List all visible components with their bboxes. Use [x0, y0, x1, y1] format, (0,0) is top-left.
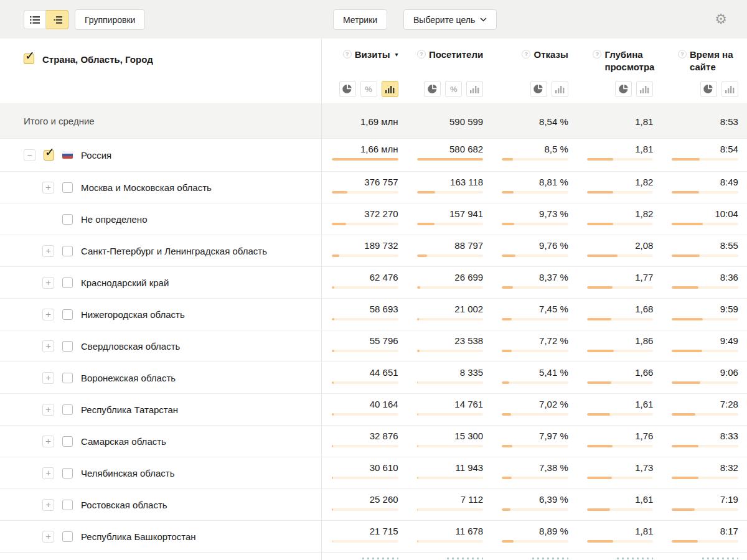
row-label: Самарская область — [81, 436, 166, 447]
metric-value: 88 797 — [417, 240, 484, 251]
totals-value: 590 599 — [417, 116, 484, 127]
metric-cell: 1,73 — [577, 457, 662, 488]
metric-cell: 26 699 — [407, 267, 492, 298]
expand-button[interactable]: + — [42, 404, 54, 416]
row-label: Не определено — [81, 214, 147, 225]
column-header: ?Визиты▾% — [322, 39, 407, 103]
column-label: Отказы — [533, 49, 568, 61]
totals-value: 1,81 — [587, 116, 654, 127]
pie-toggle-button[interactable] — [339, 81, 356, 97]
metric-value: 1,77 — [587, 272, 654, 282]
pie-toggle-button[interactable] — [615, 81, 632, 97]
metric-value: 1,61 — [587, 399, 654, 409]
metric-cell: 23 538 — [407, 330, 492, 362]
metric-cell: 1,66 — [577, 362, 662, 393]
row-checkbox[interactable] — [62, 246, 73, 256]
metric-cell: 8 335 — [407, 362, 492, 393]
row-checkbox[interactable] — [62, 214, 73, 225]
expand-button[interactable]: + — [42, 436, 54, 447]
row-checkbox[interactable] — [62, 468, 73, 478]
percent-toggle-button[interactable]: % — [360, 81, 377, 97]
gear-icon[interactable]: ⚙ — [715, 12, 727, 26]
metric-bar — [502, 413, 568, 416]
metric-bar — [587, 540, 654, 543]
bar-toggle-button[interactable] — [552, 81, 568, 97]
chevron-down-icon — [480, 17, 487, 22]
metric-cell: 163 118 — [407, 172, 492, 203]
metric-cell: 62 476 — [322, 267, 407, 298]
pie-chart-icon — [619, 84, 629, 94]
help-icon[interactable]: ? — [678, 50, 687, 58]
row-label-cell: +Республика Башкортостан — [0, 521, 322, 552]
help-icon[interactable]: ? — [522, 50, 530, 58]
column-title[interactable]: ?Глубина просмотра — [593, 49, 653, 74]
metric-cell: 21 715 — [322, 521, 407, 552]
percent-toggle-button[interactable]: % — [445, 81, 462, 97]
metric-bar — [587, 413, 654, 416]
bar-toggle-button[interactable] — [636, 81, 653, 97]
row-checkbox[interactable] — [62, 500, 73, 510]
row-checkbox[interactable] — [62, 182, 73, 193]
row-label: Ростовская область — [81, 500, 167, 510]
metric-cell: 8,5 % — [492, 139, 577, 171]
russia-flag-icon — [62, 151, 73, 159]
expand-button[interactable]: + — [42, 531, 54, 543]
column-title[interactable]: ?Визиты▾ — [343, 49, 398, 61]
metrics-button[interactable]: Метрики — [333, 9, 387, 30]
expand-button[interactable]: + — [42, 245, 54, 257]
row-checkbox[interactable] — [62, 278, 73, 288]
bar-toggle-button[interactable] — [466, 81, 483, 97]
metric-bar — [417, 381, 484, 384]
partial-row — [0, 552, 747, 560]
help-icon[interactable]: ? — [593, 50, 601, 58]
sort-desc-icon[interactable]: ▾ — [395, 50, 398, 59]
goal-select-label: Выберите цель — [413, 15, 475, 25]
help-icon[interactable]: ? — [343, 50, 352, 58]
metric-value: 8:49 — [672, 177, 738, 187]
tree-view-button[interactable] — [46, 10, 68, 29]
pie-toggle-button[interactable] — [424, 81, 441, 97]
column-title[interactable]: ?Время на сайте — [678, 49, 738, 74]
expand-button[interactable]: + — [42, 372, 54, 384]
metric-cell: 15 300 — [407, 426, 492, 457]
bar-toggle-button[interactable] — [721, 81, 738, 97]
metric-cell: 11 943 — [407, 457, 492, 488]
expand-button[interactable]: + — [42, 467, 54, 479]
goal-select-button[interactable]: Выберите цель — [403, 9, 497, 30]
expand-button[interactable]: + — [42, 309, 54, 320]
pie-toggle-button[interactable] — [530, 81, 547, 97]
row-checkbox[interactable] — [62, 309, 73, 320]
row-checkbox[interactable] — [62, 436, 73, 447]
metric-value: 8:17 — [672, 526, 738, 536]
totals-value: 1,69 млн — [332, 116, 398, 127]
row-checkbox[interactable] — [44, 150, 54, 161]
help-icon[interactable]: ? — [417, 50, 426, 58]
expand-button[interactable]: + — [42, 340, 54, 352]
row-label-cell: −Россия — [0, 139, 322, 171]
collapse-button[interactable]: − — [24, 149, 35, 161]
column-title[interactable]: ?Отказы — [522, 49, 568, 61]
chart-type-toggles — [530, 81, 568, 97]
row-checkbox[interactable] — [62, 404, 73, 415]
expand-button[interactable]: + — [42, 182, 54, 194]
expand-button[interactable]: + — [42, 277, 54, 289]
dimension-checkbox[interactable] — [24, 54, 34, 64]
groupings-button[interactable]: Группировки — [75, 9, 145, 30]
chart-type-toggles — [615, 81, 653, 97]
pie-toggle-button[interactable] — [700, 81, 717, 97]
metric-value: 7,38 % — [502, 462, 568, 473]
column-title[interactable]: ?Посетители — [417, 49, 483, 61]
row-label-cell: +Самарская область — [0, 426, 322, 457]
expand-button[interactable]: + — [42, 499, 54, 511]
bar-toggle-button[interactable] — [382, 81, 398, 97]
metric-value: 9:59 — [672, 304, 738, 314]
row-checkbox[interactable] — [62, 531, 73, 542]
totals-row: Итого и средние 1,69 млн 590 599 8,54 % … — [0, 103, 747, 138]
table-row: Не определено372 270157 9419,73 %1,8210:… — [0, 203, 747, 235]
pie-chart-icon — [703, 84, 713, 94]
row-label: Республика Башкортостан — [81, 531, 196, 542]
row-checkbox[interactable] — [62, 373, 73, 383]
list-view-button[interactable] — [24, 10, 46, 29]
row-checkbox[interactable] — [62, 341, 73, 352]
metric-bar — [502, 540, 568, 543]
